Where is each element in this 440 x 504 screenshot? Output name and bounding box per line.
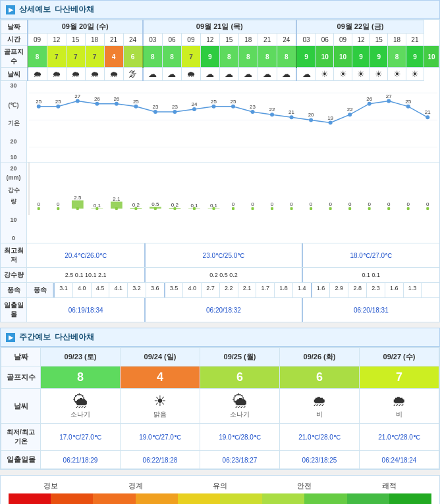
maxmin-row: 최고최저 20.4℃/26.0℃ 23.0℃/25.0℃ 18.0℃/27.0℃ — [1, 243, 439, 268]
svg-rect-54 — [96, 207, 98, 210]
svg-text:0.2: 0.2 — [132, 202, 140, 208]
svg-rect-69 — [193, 207, 196, 210]
legend-section: 경보경계유의안전쾌적 12345678910 — [0, 475, 440, 504]
svg-text:0.2: 0.2 — [171, 202, 179, 208]
svg-text:19: 19 — [327, 115, 333, 121]
svg-rect-81 — [310, 207, 312, 210]
sunrise-d3: 06:20/18:31 — [303, 298, 439, 322]
svg-text:22: 22 — [269, 107, 275, 113]
svg-point-27 — [270, 113, 274, 116]
svg-text:23: 23 — [152, 104, 158, 110]
svg-point-5 — [56, 105, 60, 109]
wind-row: 풍속 풍속3.14.04.54.13.23.63.54.02.72.22.11.… — [1, 283, 439, 298]
svg-point-11 — [115, 102, 119, 106]
detail-location: 다산베아채 — [55, 4, 94, 15]
weekly-location: 다산베아채 — [55, 332, 94, 343]
svg-rect-85 — [348, 207, 351, 210]
maxmin-label: 최고최저 — [1, 243, 27, 267]
weekly-title: 주간예보 — [19, 332, 51, 343]
svg-point-9 — [95, 102, 99, 106]
svg-text:25: 25 — [36, 99, 41, 105]
svg-text:25: 25 — [133, 99, 139, 105]
rain-axis-label: 20 (mm) 강수 량 10 0 — [1, 163, 27, 243]
detailed-forecast-section: ▶ 상세예보 다산베아채 날짜09월 20일 (수)09월 21일 (목)09월… — [0, 0, 440, 322]
legend-color-4 — [178, 493, 220, 504]
detail-arrow-icon: ▶ — [6, 5, 15, 14]
svg-rect-83 — [329, 207, 332, 210]
svg-text:22: 22 — [347, 107, 353, 113]
svg-point-41 — [406, 105, 410, 109]
rain-chart: 002.50.12.10.20.50.20.10.100000000000 — [27, 163, 439, 215]
svg-text:0: 0 — [310, 201, 313, 207]
legend-label-4: 쾌적 — [382, 481, 397, 491]
svg-text:26: 26 — [94, 96, 100, 102]
detail-title: 상세예보 — [19, 4, 51, 15]
svg-text:26: 26 — [113, 96, 119, 102]
legend-bar — [9, 493, 431, 504]
rain-total-d3: 0.1 0.1 — [303, 268, 439, 282]
detail-header: ▶ 상세예보 다산베아채 — [0, 0, 440, 19]
legend-color-5 — [220, 493, 262, 504]
svg-point-15 — [153, 110, 157, 114]
svg-point-35 — [348, 113, 352, 116]
weekly-header: ▶ 주간예보 다산베아채 — [0, 328, 440, 347]
svg-text:23: 23 — [250, 104, 256, 110]
svg-point-19 — [192, 107, 196, 111]
sunrise-label: 일출일몰 — [1, 298, 27, 322]
svg-rect-93 — [426, 207, 429, 210]
legend-label-0: 경보 — [43, 481, 58, 491]
maxmin-d1: 20.4℃/26.0℃ — [27, 243, 146, 267]
svg-text:25: 25 — [55, 99, 61, 105]
weekly-forecast-section: ▶ 주간예보 다산베아채 날짜09/23 (토)09/24 (일)09/25 (… — [0, 328, 440, 470]
svg-text:23: 23 — [172, 104, 178, 110]
svg-text:2.5: 2.5 — [74, 195, 82, 201]
svg-text:20: 20 — [308, 112, 314, 118]
svg-point-29 — [290, 115, 294, 119]
svg-text:0: 0 — [329, 201, 332, 207]
svg-rect-91 — [407, 207, 410, 210]
svg-rect-51 — [76, 207, 79, 210]
legend-color-8 — [347, 493, 389, 504]
svg-text:0: 0 — [271, 201, 274, 207]
svg-rect-75 — [252, 207, 254, 210]
svg-text:27: 27 — [386, 93, 392, 99]
rain-total-label: 강수량 — [1, 268, 27, 282]
svg-text:26: 26 — [366, 96, 372, 102]
svg-text:25: 25 — [405, 99, 411, 105]
weekly-table: 날짜09/23 (토)09/24 (일)09/25 (월)09/26 (화)09… — [1, 347, 439, 469]
svg-point-21 — [211, 105, 215, 109]
weekly-arrow-icon: ▶ — [6, 333, 15, 342]
svg-rect-47 — [57, 207, 59, 210]
svg-point-17 — [173, 110, 177, 114]
svg-point-13 — [134, 105, 138, 109]
svg-rect-63 — [154, 207, 157, 210]
svg-text:0: 0 — [387, 201, 391, 207]
legend-label-2: 유의 — [213, 481, 227, 491]
svg-point-39 — [387, 99, 391, 103]
svg-point-3 — [37, 105, 41, 109]
svg-text:0: 0 — [348, 201, 352, 207]
rain-total-row: 강수량 2.5 0.1 10.1 2.1 0.2 0.5 0.2 0.1 0.1 — [1, 268, 439, 283]
svg-point-43 — [426, 115, 429, 119]
svg-rect-77 — [271, 207, 273, 210]
rain-total-d1: 2.5 0.1 10.1 2.1 — [27, 268, 146, 282]
legend-label-3: 안전 — [297, 481, 312, 491]
svg-point-37 — [368, 102, 371, 106]
svg-text:2.1: 2.1 — [113, 196, 121, 202]
svg-text:0.5: 0.5 — [151, 201, 159, 207]
svg-text:0: 0 — [38, 201, 41, 207]
sunrise-d1: 06:19/18:34 — [27, 298, 146, 322]
maxmin-d2: 23.0℃/25.0℃ — [146, 243, 302, 267]
legend-color-1 — [51, 493, 93, 504]
detail-table: 날짜09월 20일 (수)09월 21일 (목)09월 22일 (금)시간091… — [1, 20, 439, 81]
svg-text:25: 25 — [231, 99, 236, 105]
svg-text:0: 0 — [251, 201, 254, 207]
temp-axis-label: 30 (℃) 기온 20 10 — [1, 81, 27, 162]
legend-color-3 — [136, 493, 178, 504]
svg-text:0: 0 — [232, 201, 235, 207]
legend-text-row: 경보경계유의안전쾌적 — [9, 481, 431, 491]
detail-table-wrapper: 날짜09월 20일 (수)09월 21일 (목)09월 22일 (금)시간091… — [0, 19, 440, 322]
legend-color-2 — [93, 493, 135, 504]
temp-chart: 2525272626252323242525232221201922262725… — [27, 81, 439, 140]
svg-rect-73 — [232, 207, 234, 210]
